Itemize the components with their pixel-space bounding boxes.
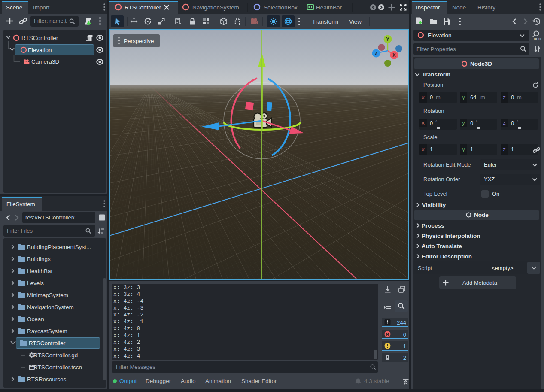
svg-text:X: X (392, 52, 396, 58)
svg-text:Perspective: Perspective (124, 38, 154, 44)
svg-text:DOC: DOC (534, 37, 541, 41)
svg-text:Z: Z (375, 51, 378, 56)
svg-text:Y: Y (386, 36, 389, 42)
